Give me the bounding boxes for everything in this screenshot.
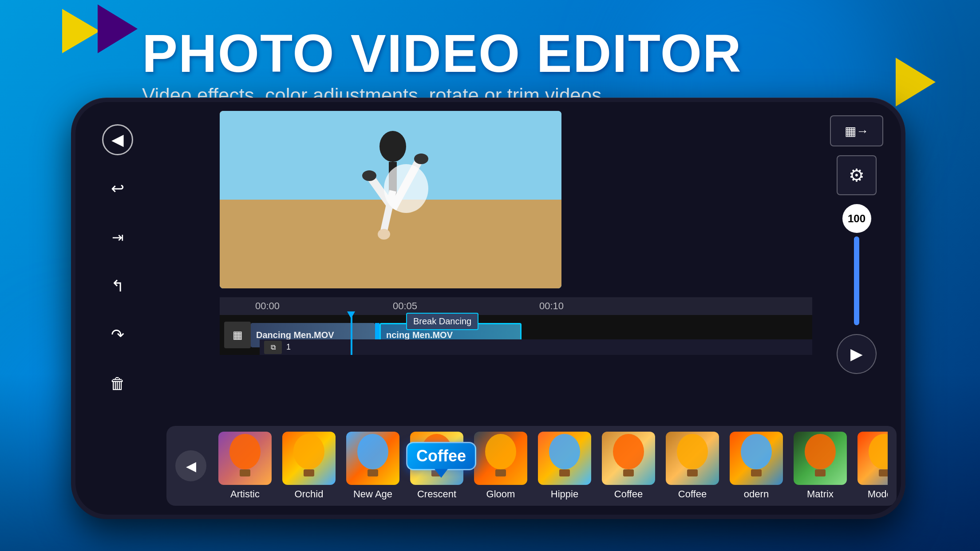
svg-point-11 xyxy=(229,434,261,469)
svg-rect-24 xyxy=(623,469,634,476)
import-icon: ⇥ xyxy=(112,229,124,246)
svg-point-2 xyxy=(379,131,406,162)
overlay-icon: ⧉ xyxy=(264,341,282,354)
filter-label-coffee: Coffee xyxy=(614,488,643,500)
back-circle-icon: ◀ xyxy=(111,130,124,149)
playhead[interactable] xyxy=(351,315,352,355)
filter-label-hippie: Hippie xyxy=(551,488,578,500)
filter-label-crescent: Crescent xyxy=(417,488,456,500)
svg-rect-30 xyxy=(815,469,826,476)
dancer-svg xyxy=(220,111,561,288)
filter-item-artistic[interactable]: Artistic xyxy=(218,432,272,500)
filter-thumb-orchid xyxy=(282,432,336,485)
filter-label-matrix: Matrix xyxy=(807,488,834,500)
filter-item-orchid[interactable]: Orchid xyxy=(282,432,336,500)
filter-thumb-modern xyxy=(730,432,783,485)
filter-label-modern2: Modern xyxy=(868,488,888,500)
clip-2-label: ncing Men.MOV xyxy=(386,330,453,340)
page-title: PHOTO VIDEO EDITOR xyxy=(142,27,742,80)
svg-rect-32 xyxy=(879,469,888,476)
filter-thumb-matrix xyxy=(794,432,847,485)
svg-point-21 xyxy=(549,434,580,469)
triangle-purple-top-icon xyxy=(98,4,138,53)
filter-item-matrix[interactable]: Matrix xyxy=(794,432,847,500)
svg-point-7 xyxy=(378,229,390,240)
timeline-area: 00:00 00:05 00:10 ▦ Dancing Men.MOV xyxy=(220,297,812,355)
svg-point-10 xyxy=(384,164,428,213)
filter-bar: ◀ ArtisticOrchidNew AgeCrescentGloomHipp… xyxy=(166,426,897,506)
filter-label-modern: odern xyxy=(744,488,769,500)
svg-rect-16 xyxy=(368,469,378,476)
filter-thumb-coffee xyxy=(602,432,655,485)
phone-screen: ◀ ↩ ⇥ ↰ ↷ 🗑 xyxy=(75,102,901,515)
delete-icon: 🗑 xyxy=(110,374,126,393)
overlay-label: 1 xyxy=(286,342,291,352)
phone-body: ◀ ↩ ⇥ ↰ ↷ 🗑 xyxy=(71,98,905,519)
overlay-track: ⧉ 1 xyxy=(260,339,812,355)
import-button[interactable]: ⇥ xyxy=(102,222,133,253)
play-button[interactable]: ▶ xyxy=(837,334,877,374)
forward-button[interactable]: ↷ xyxy=(102,319,133,350)
svg-point-27 xyxy=(741,434,772,469)
svg-point-31 xyxy=(869,434,888,469)
svg-point-15 xyxy=(357,434,388,469)
svg-point-13 xyxy=(293,434,324,469)
undo-button[interactable]: ↩ xyxy=(102,173,133,204)
filter-thumb-hippie xyxy=(538,432,591,485)
settings-button[interactable]: ⚙ xyxy=(837,155,877,195)
svg-rect-28 xyxy=(751,469,762,476)
time-mark-0: 00:00 xyxy=(255,300,280,312)
undo-icon: ↩ xyxy=(111,179,124,198)
main-content: ▦→ ⚙ 100 ▶ xyxy=(144,102,901,515)
sidebar: ◀ ↩ ⇥ ↰ ↷ 🗑 xyxy=(93,111,142,515)
film-strip-icon: ▦ xyxy=(233,329,243,341)
volume-track[interactable] xyxy=(854,236,859,325)
filter-item-newage[interactable]: New Age xyxy=(346,432,399,500)
export-icon: ▦→ xyxy=(845,124,869,138)
svg-rect-12 xyxy=(240,469,250,476)
filter-item-coffee2[interactable]: Coffee xyxy=(666,432,719,500)
volume-value: 100 xyxy=(842,204,871,233)
svg-rect-20 xyxy=(495,469,506,476)
coffee-tooltip: Coffee xyxy=(406,442,476,470)
svg-point-29 xyxy=(805,434,836,469)
filter-label-newage: New Age xyxy=(353,488,392,500)
filter-item-modern2[interactable]: Modern xyxy=(858,432,888,500)
filter-item-modern[interactable]: odern xyxy=(730,432,783,500)
time-mark-5: 00:05 xyxy=(393,300,417,312)
svg-rect-26 xyxy=(687,469,698,476)
filter-thumb-artistic xyxy=(218,432,272,485)
reply-button[interactable]: ↰ xyxy=(102,271,133,302)
svg-rect-22 xyxy=(559,469,570,476)
play-icon: ▶ xyxy=(850,345,863,363)
filter-item-gloom[interactable]: Gloom xyxy=(474,432,527,500)
filter-label-artistic: Artistic xyxy=(230,488,260,500)
filter-label-coffee2: Coffee xyxy=(678,488,707,500)
filter-item-hippie[interactable]: Hippie xyxy=(538,432,591,500)
playhead-triangle xyxy=(347,311,355,319)
timeline-ruler: 00:00 00:05 00:10 xyxy=(220,297,812,315)
filter-items-list: ArtisticOrchidNew AgeCrescentGloomHippie… xyxy=(213,432,888,500)
delete-button[interactable]: 🗑 xyxy=(102,368,133,399)
svg-point-25 xyxy=(677,434,708,469)
back-circle-button[interactable]: ◀ xyxy=(102,124,133,155)
reply-icon: ↰ xyxy=(111,277,124,295)
filter-item-coffee[interactable]: Coffee xyxy=(602,432,655,500)
svg-point-9 xyxy=(414,153,428,164)
filter-label-gloom: Gloom xyxy=(486,488,515,500)
volume-fill xyxy=(854,236,859,325)
filter-thumb-newage xyxy=(346,432,399,485)
forward-icon: ↷ xyxy=(111,326,124,344)
video-preview xyxy=(220,111,561,288)
svg-point-8 xyxy=(362,170,376,181)
phone-device: ◀ ↩ ⇥ ↰ ↷ 🗑 xyxy=(71,98,905,519)
export-button[interactable]: ▦→ xyxy=(830,115,883,146)
svg-point-23 xyxy=(613,434,644,469)
film-icon: ▦ xyxy=(224,322,251,348)
svg-point-19 xyxy=(485,434,516,469)
triangle-yellow-top-icon xyxy=(62,9,100,53)
break-dancing-label: Break Dancing xyxy=(406,313,478,330)
filter-back-button[interactable]: ◀ xyxy=(175,450,206,481)
settings-icon: ⚙ xyxy=(849,165,865,185)
filter-back-icon: ◀ xyxy=(186,458,196,474)
